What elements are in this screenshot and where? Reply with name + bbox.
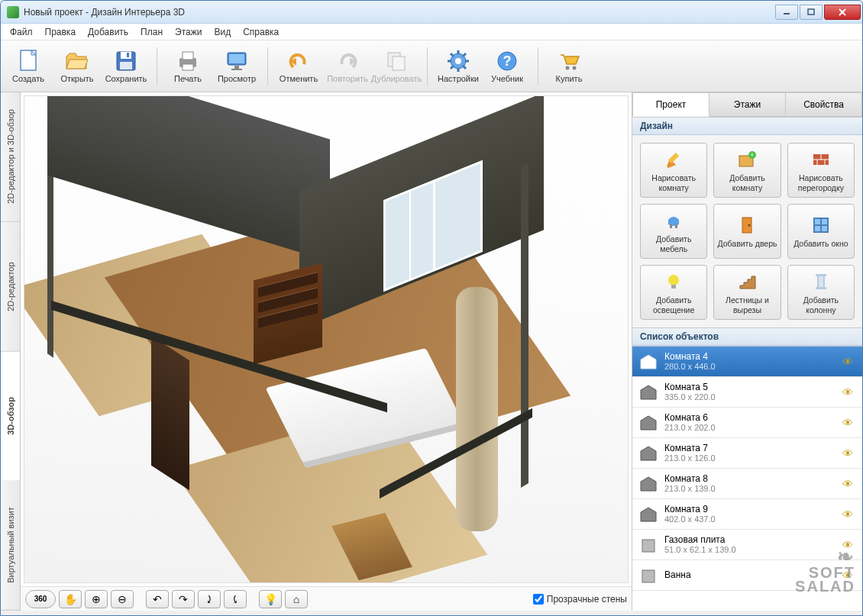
menu-help[interactable]: Справка: [237, 25, 285, 39]
add-room-button[interactable]: + Добавить комнату: [713, 143, 781, 198]
object-row[interactable]: Газовая плита51.0 x 62.1 x 139.0👁: [632, 530, 862, 560]
draw-wall-button[interactable]: Нарисовать перегородку: [787, 143, 855, 198]
object-name: Ванна: [664, 569, 836, 580]
undo-button[interactable]: Отменить: [274, 44, 323, 89]
tutorial-button[interactable]: ? Учебник: [483, 44, 532, 89]
menu-add[interactable]: Добавить: [82, 25, 134, 39]
zoom-out-button[interactable]: ⊖: [111, 590, 134, 608]
tilt-up-button[interactable]: ⤹: [224, 590, 247, 608]
tab-2d[interactable]: 2D-редактор: [1, 222, 20, 352]
object-row[interactable]: Ванна👁: [632, 560, 862, 591]
cart-icon: [557, 49, 581, 73]
svg-line-30: [451, 66, 454, 69]
titlebar[interactable]: Новый проект - Дизайн Интерьера 3D: [1, 1, 862, 24]
object-row[interactable]: Комната 6213.0 x 202.0👁: [632, 408, 862, 438]
menu-floors[interactable]: Этажи: [169, 25, 208, 39]
window-icon: [810, 214, 832, 237]
rotate-right-icon: ↷: [179, 593, 188, 605]
gear-icon: [446, 49, 470, 73]
tab-3d[interactable]: 3D-обзор: [1, 352, 20, 482]
svg-point-51: [668, 275, 679, 285]
object-text: Комната 7213.0 x 126.0: [664, 443, 836, 464]
minimize-button[interactable]: [775, 5, 798, 20]
tab-2d-3d[interactable]: 2D-редактор и 3D-обзор: [1, 92, 20, 222]
tab-floors[interactable]: Этажи: [709, 92, 786, 117]
object-row[interactable]: Комната 9402.0 x 437.0👁: [632, 499, 862, 530]
redo-button[interactable]: Повторить: [323, 44, 372, 89]
maximize-button[interactable]: [800, 5, 823, 20]
object-type-icon: [638, 535, 658, 555]
object-type-icon: [638, 413, 658, 433]
tilt-up-icon: ⤹: [231, 593, 240, 605]
object-list[interactable]: Комната 4280.0 x 446.0👁Комната 5335.0 x …: [632, 346, 862, 611]
statusbar: [1, 611, 862, 615]
object-name: Комната 9: [664, 504, 836, 514]
object-row[interactable]: Комната 7213.0 x 126.0👁: [632, 438, 862, 469]
object-type-icon: [638, 352, 658, 372]
menu-file[interactable]: Файл: [4, 25, 39, 39]
object-type-icon: [638, 474, 658, 494]
lighting-button[interactable]: 💡: [259, 590, 282, 608]
main-area: 2D-редактор и 3D-обзор 2D-редактор 3D-об…: [1, 92, 862, 611]
svg-point-34: [573, 66, 577, 70]
draw-room-button[interactable]: Нарисовать комнату: [640, 143, 707, 198]
monitor-icon: [225, 49, 249, 73]
save-button[interactable]: Сохранить: [102, 44, 150, 89]
visibility-icon[interactable]: 👁: [842, 386, 856, 398]
orbit-360-button[interactable]: 360: [25, 590, 56, 608]
zoom-in-button[interactable]: ⊕: [85, 590, 108, 608]
add-furniture-button[interactable]: Добавить мебель: [640, 204, 707, 259]
add-column-button[interactable]: Добавить колонну: [787, 265, 855, 320]
svg-text:?: ?: [503, 53, 512, 69]
open-button[interactable]: Открыть: [53, 44, 102, 89]
visibility-icon[interactable]: 👁: [842, 539, 856, 551]
svg-marker-56: [641, 355, 656, 369]
create-button[interactable]: Создать: [4, 44, 53, 89]
home-view-button[interactable]: ⌂: [285, 590, 308, 608]
duplicate-icon: [384, 49, 409, 73]
pan-button[interactable]: ✋: [59, 590, 82, 608]
transparent-walls-input[interactable]: [533, 594, 544, 605]
print-button[interactable]: Печать: [163, 44, 212, 89]
add-light-button[interactable]: Добавить освещение: [640, 265, 707, 320]
app-window: Новый проект - Дизайн Интерьера 3D Файл …: [0, 0, 863, 616]
tab-properties[interactable]: Свойства: [786, 92, 862, 117]
chair-icon: [662, 209, 685, 232]
svg-rect-63: [642, 570, 655, 582]
buy-button[interactable]: Купить: [545, 44, 593, 89]
tab-project[interactable]: Проект: [632, 92, 709, 117]
object-text: Комната 6213.0 x 202.0: [664, 412, 836, 434]
rotate-right-button[interactable]: ↷: [172, 590, 195, 608]
visibility-icon[interactable]: 👁: [842, 569, 856, 582]
visibility-icon[interactable]: 👁: [842, 447, 856, 460]
visibility-icon[interactable]: 👁: [842, 356, 856, 368]
tab-virtual[interactable]: Виртуальный визит: [1, 481, 20, 611]
3d-viewport[interactable]: [24, 95, 629, 583]
rotate-left-button[interactable]: ↶: [146, 590, 169, 608]
app-icon: [7, 6, 19, 18]
svg-line-27: [451, 53, 454, 56]
close-button[interactable]: [824, 5, 861, 20]
pencil-icon: [662, 148, 685, 171]
tilt-down-button[interactable]: ⤸: [198, 590, 221, 608]
object-row[interactable]: Комната 5335.0 x 220.0👁: [632, 377, 862, 408]
duplicate-button[interactable]: Дублировать: [372, 44, 421, 89]
object-row[interactable]: Комната 8213.0 x 139.0👁: [632, 469, 862, 499]
menu-edit[interactable]: Правка: [39, 25, 82, 39]
add-window-button[interactable]: Добавить окно: [787, 204, 855, 259]
transparent-walls-checkbox[interactable]: Прозрачные стены: [533, 594, 627, 605]
add-door-button[interactable]: Добавить дверь: [713, 204, 781, 259]
menu-plan[interactable]: План: [134, 25, 169, 39]
object-row[interactable]: Комната 4280.0 x 446.0👁: [632, 347, 862, 377]
stairs-button[interactable]: Лестницы и вырезы: [713, 265, 781, 320]
settings-button[interactable]: Настройки: [434, 44, 483, 89]
view-button[interactable]: Просмотр: [212, 44, 261, 89]
door-icon: [735, 214, 758, 237]
object-name: Комната 8: [664, 473, 836, 484]
visibility-icon[interactable]: 👁: [842, 417, 856, 429]
menu-view[interactable]: Вид: [208, 25, 237, 39]
visibility-icon[interactable]: 👁: [842, 508, 856, 521]
svg-rect-8: [120, 62, 132, 69]
object-name: Комната 7: [664, 443, 836, 453]
visibility-icon[interactable]: 👁: [842, 478, 856, 490]
